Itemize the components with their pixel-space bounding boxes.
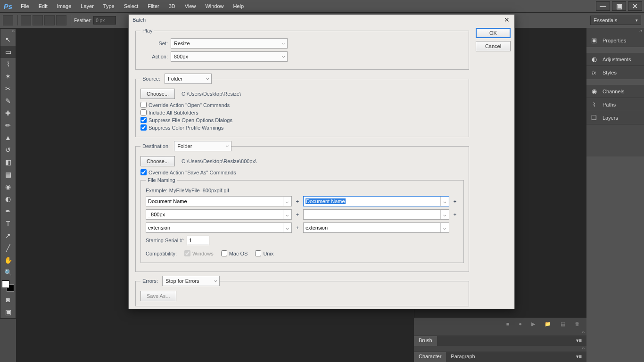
gradient-tool[interactable]: ▤ <box>0 168 16 181</box>
source-choose-button[interactable]: Choose... <box>140 89 175 99</box>
filename-slot-2[interactable]: Document Name ⌵ <box>303 196 449 206</box>
chevron-down-icon[interactable]: ⌵ <box>440 223 449 232</box>
panel-adjustments[interactable]: ◐ Adjustments <box>586 53 644 66</box>
cancel-button[interactable]: Cancel <box>476 41 511 51</box>
source-select[interactable]: Folder <box>165 74 212 84</box>
menu-window[interactable]: Window <box>200 0 228 12</box>
filename-slot-4-input[interactable] <box>304 210 440 219</box>
type-tool[interactable]: T <box>0 217 16 230</box>
screenmode-tool[interactable]: ▣ <box>0 306 16 318</box>
eraser-tool[interactable]: ◧ <box>0 156 16 168</box>
dodge-tool[interactable]: ◐ <box>0 193 16 205</box>
workspace-selector[interactable]: Essentials ▾ <box>590 16 641 25</box>
clone-stamp-tool[interactable]: ▲ <box>0 132 16 144</box>
stop-icon[interactable]: ■ <box>506 321 510 327</box>
menu-type[interactable]: Type <box>99 0 119 12</box>
new-selection-icon[interactable] <box>21 15 31 25</box>
healing-brush-tool[interactable]: ✚ <box>0 107 16 119</box>
path-selection-tool[interactable]: ↗ <box>0 230 16 242</box>
color-swatches[interactable] <box>2 280 14 292</box>
menu-image[interactable]: Image <box>52 0 76 12</box>
window-close-button[interactable]: ✕ <box>628 1 642 11</box>
eyedropper-tool[interactable]: ✎ <box>0 95 16 107</box>
trash-icon[interactable]: 🗑 <box>575 321 580 327</box>
new-icon[interactable]: ▤ <box>561 321 565 327</box>
menu-layer[interactable]: Layer <box>76 0 99 12</box>
starting-serial-input[interactable] <box>187 236 209 245</box>
quickmask-tool[interactable]: ◙ <box>0 294 16 306</box>
tab-brush[interactable]: Brush <box>414 336 437 346</box>
destination-select[interactable]: Folder <box>174 141 231 151</box>
feather-input[interactable] <box>93 16 116 25</box>
panel-menu-icon[interactable]: ▾≡ <box>571 352 586 362</box>
filename-slot-1[interactable]: ⌵ <box>146 196 292 206</box>
errors-select[interactable]: Stop for Errors <box>162 276 220 286</box>
panel-channels[interactable]: ◉ Channels <box>586 85 644 98</box>
tab-character[interactable]: Character <box>414 352 446 362</box>
chevron-down-icon[interactable]: ⌵ <box>440 210 449 219</box>
include-subfolders-checkbox[interactable] <box>140 109 147 115</box>
compat-unix-checkbox[interactable] <box>255 250 261 256</box>
move-tool[interactable]: ↖ <box>0 33 16 46</box>
override-open-checkbox[interactable] <box>140 102 147 108</box>
suppress-fileopen-checkbox[interactable] <box>140 117 147 123</box>
panel-layers[interactable]: ❑ Layers <box>586 111 644 124</box>
menu-select[interactable]: Select <box>119 0 143 12</box>
dialog-close-button[interactable]: ✕ <box>503 16 511 24</box>
play-icon[interactable]: ▶ <box>531 321 535 327</box>
zoom-tool[interactable]: 🔍 <box>0 266 16 279</box>
window-restore-button[interactable]: ▣ <box>612 1 626 11</box>
filename-slot-6[interactable]: ⌵ <box>303 222 449 233</box>
marquee-tool[interactable]: ▭ <box>0 46 16 58</box>
panel-collapse-icon[interactable]: ›› <box>414 346 586 352</box>
menu-edit[interactable]: Edit <box>34 0 52 12</box>
panel-collapse-icon[interactable]: ›› <box>0 29 16 33</box>
panel-properties[interactable]: ▣ Properties <box>586 34 644 47</box>
record-icon[interactable]: ● <box>519 321 522 327</box>
filename-slot-5-input[interactable] <box>146 223 283 232</box>
tab-paragraph[interactable]: Paragraph <box>446 352 479 362</box>
menu-file[interactable]: File <box>16 0 34 12</box>
filename-slot-6-input[interactable] <box>304 223 440 232</box>
chevron-down-icon[interactable]: ⌵ <box>283 223 291 232</box>
panel-paths[interactable]: ⌇ Paths <box>586 98 644 111</box>
subtract-selection-icon[interactable] <box>44 15 55 25</box>
tool-preset-icon[interactable] <box>3 15 13 25</box>
panel-collapse-icon[interactable]: ›› <box>414 330 586 336</box>
dialog-titlebar[interactable]: Batch ✕ <box>129 15 514 25</box>
filename-slot-1-input[interactable] <box>146 197 283 206</box>
override-saveas-checkbox[interactable] <box>140 169 147 175</box>
filename-slot-3-input[interactable] <box>146 210 283 219</box>
hand-tool[interactable]: ✋ <box>0 254 16 266</box>
folder-icon[interactable]: 📁 <box>545 321 551 327</box>
panel-menu-icon[interactable]: ▾≡ <box>571 336 586 346</box>
blur-tool[interactable]: ◉ <box>0 181 16 193</box>
filename-slot-3[interactable]: ⌵ <box>146 209 292 220</box>
compat-macos-checkbox[interactable] <box>221 250 227 256</box>
brush-tool[interactable]: ✏ <box>0 119 16 132</box>
menu-filter[interactable]: Filter <box>143 0 164 12</box>
set-select[interactable]: Resize <box>171 38 288 49</box>
crop-tool[interactable]: ✂ <box>0 82 16 95</box>
menu-view[interactable]: View <box>180 0 201 12</box>
add-selection-icon[interactable] <box>33 15 43 25</box>
menu-help[interactable]: Help <box>229 0 249 12</box>
menu-3d[interactable]: 3D <box>164 0 180 12</box>
ok-button[interactable]: OK <box>476 28 511 38</box>
pen-tool[interactable]: ✒ <box>0 205 16 217</box>
chevron-down-icon[interactable]: ⌵ <box>283 210 291 219</box>
panel-styles[interactable]: fx Styles <box>586 66 644 79</box>
lasso-tool[interactable]: ⌇ <box>0 58 16 70</box>
filename-slot-2-input[interactable]: Document Name <box>304 198 346 204</box>
action-select[interactable]: 800px <box>171 51 288 62</box>
chevron-down-icon[interactable]: ⌵ <box>283 197 291 206</box>
filename-slot-5[interactable]: ⌵ <box>146 222 292 233</box>
magic-wand-tool[interactable]: ✶ <box>0 70 16 82</box>
line-tool[interactable]: ╱ <box>0 242 16 254</box>
suppress-colorprofile-checkbox[interactable] <box>140 124 147 131</box>
foreground-swatch[interactable] <box>2 280 9 288</box>
chevron-down-icon[interactable]: ⌵ <box>440 197 449 206</box>
intersect-selection-icon[interactable] <box>56 15 66 25</box>
filename-slot-4[interactable]: ⌵ <box>303 209 449 220</box>
history-brush-tool[interactable]: ↺ <box>0 144 16 156</box>
